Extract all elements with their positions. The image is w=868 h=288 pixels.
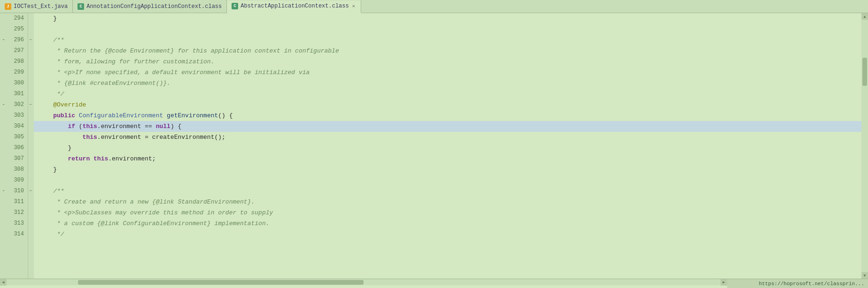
tab-bar: JIOCTest_Ext.javaCAnnotationConfigApplic… [0,0,868,13]
code-line-306: } [34,143,861,153]
tab-icon-annotationconfig: C [78,3,84,10]
token-kw: public [39,110,75,121]
code-line-311: * Create and return a new {@link Standar… [34,197,861,207]
token-comment: * Return the {@code Environment} for thi… [39,45,339,56]
line-num-310: 310 [0,186,28,197]
line-num-311: 311 [0,197,28,207]
token-this-kw: this [39,132,97,143]
tab-label-annotationconfig: AnnotationConfigApplicationContext.class [86,3,222,10]
token-plain: .environment == [97,121,156,132]
scrollbar-left-btn[interactable]: ◀ [0,279,7,286]
line-num-302: 302 [0,99,28,110]
token-plain: .environment = createEnvironment(); [97,132,225,143]
token-type: ConfigurableEnvironment [79,110,163,121]
code-content[interactable]: } /** * Return the {@code Environment} f… [34,13,861,279]
status-url: https://hoprosoft.net/classprin... [759,281,864,287]
line-num-299: 299 [0,67,28,78]
code-line-313: * a custom {@link ConfigurableEnvironmen… [34,218,861,229]
editor-container: JIOCTest_Ext.javaCAnnotationConfigApplic… [0,0,868,288]
tab-icon-abstractapp: C [232,3,238,9]
code-line-301: */ [34,89,861,99]
code-line-303: public ConfigurableEnvironment getEnviro… [34,110,861,121]
tab-label-ioctest: IOCTest_Ext.java [14,3,68,10]
code-area: 2942952962972982993003013023033043053063… [0,13,868,279]
token-comment: * {@link #createEnvironment()}. [39,78,170,89]
fold-strip: −−− [28,13,34,279]
line-num-297: 297 [0,45,28,56]
token-comment: /** [39,35,64,45]
line-num-303: 303 [0,110,28,121]
line-num-300: 300 [0,78,28,89]
h-scrollbar-track [7,279,721,285]
code-line-300: * {@link #createEnvironment()}. [34,78,861,89]
code-line-294: } [34,13,861,24]
line-num-314: 314 [0,229,28,240]
token-plain: .environment; [108,153,155,164]
token-plain: ) { [170,121,181,132]
code-line-309 [34,175,861,186]
token-comment: /** [39,186,64,197]
token-comment: * <p>Subclasses may override this method… [39,207,273,218]
scrollbar-down-btn[interactable]: ▼ [861,272,868,279]
token-this-kw: this [83,121,97,132]
h-scrollbar-thumb[interactable] [78,280,364,285]
tab-close-abstractapp[interactable]: ✕ [351,3,356,9]
line-num-294: 294 [0,13,28,24]
line-num-301: 301 [0,89,28,99]
token-plain: } [39,143,71,153]
code-line-304: if (this.environment == null) { [34,121,861,132]
token-annotation: @Override [39,99,86,110]
token-kw: if [39,121,75,132]
bottom-bar: ◀ ▶ https://hoprosoft.net/classprin... [0,279,868,288]
token-plain: } [39,164,57,175]
line-num-305: 305 [0,132,28,143]
line-num-296: 296 [0,35,28,45]
code-line-298: * form, allowing for further customizati… [34,56,861,67]
tab-ioctest[interactable]: JIOCTest_Ext.java [0,0,73,13]
fold-btn-310[interactable]: − [29,186,33,197]
code-line-312: * <p>Subclasses may override this method… [34,207,861,218]
code-line-310: /** [34,186,861,197]
token-comment: */ [39,89,64,99]
token-plain [75,110,79,121]
scrollbar-right-btn[interactable]: ▶ [721,279,727,286]
token-comment: */ [39,229,64,240]
tab-annotationconfig[interactable]: CAnnotationConfigApplicationContext.clas… [73,0,227,13]
token-comment: * <p>If none specified, a default enviro… [39,67,310,78]
token-comment: * a custom {@link ConfigurableEnvironmen… [39,218,269,229]
horizontal-scrollbar[interactable]: ◀ ▶ [0,279,727,285]
line-num-312: 312 [0,207,28,218]
tab-label-abstractapp: AbstractApplicationContext.class [240,3,349,9]
token-this-kw: this [93,153,108,164]
token-plain: () { [218,110,232,121]
code-line-296: /** [34,35,861,45]
line-num-304: 304 [0,121,28,132]
fold-btn-296[interactable]: − [29,35,33,45]
fold-btn-302[interactable]: − [29,99,33,110]
scrollbar-thumb[interactable] [862,58,867,86]
line-num-308: 308 [0,164,28,175]
code-line-297: * Return the {@code Environment} for thi… [34,45,861,56]
code-line-305: this.environment = createEnvironment(); [34,132,861,143]
code-lines: } /** * Return the {@code Environment} f… [34,13,861,240]
code-line-302: @Override [34,99,861,110]
token-plain [163,110,167,121]
token-plain [90,153,93,164]
token-method: getEnvironment [167,110,218,121]
token-comment: * form, allowing for further customizati… [39,56,214,67]
code-line-307: return this.environment; [34,153,861,164]
scrollbar-up-btn[interactable]: ▲ [861,13,868,20]
tab-icon-ioctest: J [5,3,11,10]
line-num-306: 306 [0,143,28,153]
vertical-scrollbar[interactable]: ▲ ▼ [861,13,868,279]
token-plain: ( [75,121,83,132]
line-num-298: 298 [0,56,28,67]
code-line-314: */ [34,229,861,240]
token-plain: } [39,13,57,24]
token-kw: return [39,153,90,164]
code-line-295 [34,24,861,35]
tab-abstractapp[interactable]: CAbstractApplicationContext.class✕ [227,0,361,13]
code-line-299: * <p>If none specified, a default enviro… [34,67,861,78]
line-num-295: 295 [0,24,28,35]
token-kw: null [156,121,170,132]
